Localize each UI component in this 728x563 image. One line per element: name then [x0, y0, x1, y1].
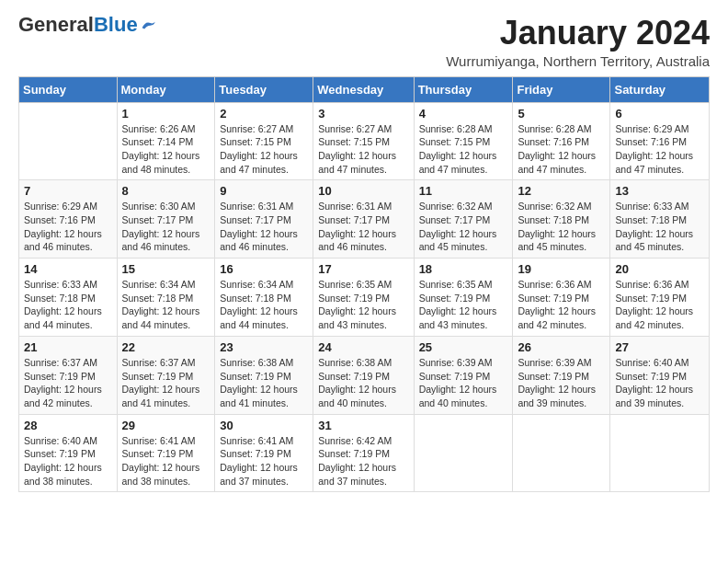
calendar-cell: 7Sunrise: 6:29 AMSunset: 7:16 PMDaylight…	[19, 180, 118, 259]
calendar-cell: 8Sunrise: 6:30 AMSunset: 7:17 PMDaylight…	[117, 180, 215, 259]
calendar-cell: 3Sunrise: 6:27 AMSunset: 7:15 PMDaylight…	[313, 102, 414, 180]
day-info: Sunrise: 6:38 AMSunset: 7:19 PMDaylight:…	[220, 356, 308, 410]
calendar-cell: 13Sunrise: 6:33 AMSunset: 7:18 PMDayligh…	[610, 180, 710, 259]
day-info: Sunrise: 6:33 AMSunset: 7:18 PMDaylight:…	[615, 200, 704, 254]
day-number: 23	[220, 340, 308, 354]
calendar-cell	[414, 414, 513, 492]
calendar-cell: 30Sunrise: 6:41 AMSunset: 7:19 PMDayligh…	[215, 414, 313, 492]
day-info: Sunrise: 6:28 AMSunset: 7:16 PMDaylight:…	[518, 122, 605, 177]
day-info: Sunrise: 6:40 AMSunset: 7:19 PMDaylight:…	[615, 356, 704, 410]
day-number: 10	[318, 184, 408, 198]
day-info: Sunrise: 6:37 AMSunset: 7:19 PMDaylight:…	[24, 356, 112, 410]
day-info: Sunrise: 6:31 AMSunset: 7:17 PMDaylight:…	[220, 200, 308, 254]
logo: GeneralBlue	[18, 15, 156, 35]
day-info: Sunrise: 6:39 AMSunset: 7:19 PMDaylight:…	[518, 356, 605, 410]
day-info: Sunrise: 6:36 AMSunset: 7:19 PMDaylight:…	[518, 278, 605, 332]
day-info: Sunrise: 6:35 AMSunset: 7:19 PMDaylight:…	[318, 278, 408, 332]
calendar-cell: 21Sunrise: 6:37 AMSunset: 7:19 PMDayligh…	[19, 336, 118, 414]
day-info: Sunrise: 6:27 AMSunset: 7:15 PMDaylight:…	[318, 122, 408, 177]
day-info: Sunrise: 6:40 AMSunset: 7:19 PMDaylight:…	[24, 434, 112, 488]
calendar-cell: 23Sunrise: 6:38 AMSunset: 7:19 PMDayligh…	[215, 336, 313, 414]
day-info: Sunrise: 6:27 AMSunset: 7:15 PMDaylight:…	[220, 122, 308, 177]
weekday-header-row: SundayMondayTuesdayWednesdayThursdayFrid…	[19, 76, 710, 102]
month-year-title: January 2024	[446, 15, 710, 52]
day-number: 18	[419, 262, 508, 276]
weekday-header-saturday: Saturday	[610, 76, 710, 102]
day-info: Sunrise: 6:36 AMSunset: 7:19 PMDaylight:…	[615, 278, 704, 332]
calendar-cell	[610, 414, 710, 492]
day-number: 6	[615, 107, 704, 121]
calendar-table: SundayMondayTuesdayWednesdayThursdayFrid…	[18, 76, 710, 493]
week-row-5: 28Sunrise: 6:40 AMSunset: 7:19 PMDayligh…	[19, 414, 710, 492]
weekday-header-tuesday: Tuesday	[215, 76, 313, 102]
day-number: 17	[318, 262, 408, 276]
day-number: 15	[122, 262, 210, 276]
calendar-cell: 2Sunrise: 6:27 AMSunset: 7:15 PMDaylight…	[215, 102, 313, 180]
calendar-cell: 27Sunrise: 6:40 AMSunset: 7:19 PMDayligh…	[610, 336, 710, 414]
logo-text: GeneralBlue	[18, 15, 138, 35]
day-number: 26	[518, 340, 605, 354]
day-info: Sunrise: 6:38 AMSunset: 7:19 PMDaylight:…	[318, 356, 408, 410]
calendar-cell: 29Sunrise: 6:41 AMSunset: 7:19 PMDayligh…	[117, 414, 215, 492]
day-info: Sunrise: 6:35 AMSunset: 7:19 PMDaylight:…	[419, 278, 508, 332]
calendar-cell: 22Sunrise: 6:37 AMSunset: 7:19 PMDayligh…	[117, 336, 215, 414]
calendar-cell: 1Sunrise: 6:26 AMSunset: 7:14 PMDaylight…	[117, 102, 215, 180]
day-number: 8	[122, 184, 210, 198]
day-info: Sunrise: 6:42 AMSunset: 7:19 PMDaylight:…	[318, 434, 408, 488]
location-subtitle: Wurrumiyanga, Northern Territory, Austra…	[446, 53, 710, 69]
calendar-cell: 6Sunrise: 6:29 AMSunset: 7:16 PMDaylight…	[610, 102, 710, 180]
week-row-1: 1Sunrise: 6:26 AMSunset: 7:14 PMDaylight…	[19, 102, 710, 180]
calendar-cell	[19, 102, 118, 180]
day-number: 9	[220, 184, 308, 198]
calendar-cell: 15Sunrise: 6:34 AMSunset: 7:18 PMDayligh…	[117, 259, 215, 337]
day-info: Sunrise: 6:33 AMSunset: 7:18 PMDaylight:…	[24, 278, 112, 332]
calendar-cell: 25Sunrise: 6:39 AMSunset: 7:19 PMDayligh…	[414, 336, 513, 414]
day-info: Sunrise: 6:32 AMSunset: 7:17 PMDaylight:…	[419, 200, 508, 254]
day-number: 25	[419, 340, 508, 354]
title-area: January 2024 Wurrumiyanga, Northern Terr…	[446, 15, 710, 69]
day-number: 31	[318, 419, 408, 432]
day-number: 27	[615, 340, 704, 354]
day-number: 30	[220, 419, 308, 432]
calendar-cell: 26Sunrise: 6:39 AMSunset: 7:19 PMDayligh…	[513, 336, 610, 414]
day-info: Sunrise: 6:39 AMSunset: 7:19 PMDaylight:…	[419, 356, 508, 410]
day-info: Sunrise: 6:31 AMSunset: 7:17 PMDaylight:…	[318, 200, 408, 254]
calendar-cell: 9Sunrise: 6:31 AMSunset: 7:17 PMDaylight…	[215, 180, 313, 259]
calendar-cell: 28Sunrise: 6:40 AMSunset: 7:19 PMDayligh…	[19, 414, 118, 492]
calendar-cell	[513, 414, 610, 492]
day-info: Sunrise: 6:41 AMSunset: 7:19 PMDaylight:…	[122, 434, 210, 488]
day-number: 11	[419, 184, 508, 198]
day-info: Sunrise: 6:30 AMSunset: 7:17 PMDaylight:…	[122, 200, 210, 254]
day-info: Sunrise: 6:29 AMSunset: 7:16 PMDaylight:…	[615, 122, 704, 177]
day-number: 4	[419, 107, 508, 121]
week-row-4: 21Sunrise: 6:37 AMSunset: 7:19 PMDayligh…	[19, 336, 710, 414]
calendar-cell: 12Sunrise: 6:32 AMSunset: 7:18 PMDayligh…	[513, 180, 610, 259]
day-info: Sunrise: 6:34 AMSunset: 7:18 PMDaylight:…	[122, 278, 210, 332]
day-info: Sunrise: 6:26 AMSunset: 7:14 PMDaylight:…	[122, 122, 210, 177]
day-number: 3	[318, 107, 408, 121]
weekday-header-wednesday: Wednesday	[313, 76, 414, 102]
day-number: 24	[318, 340, 408, 354]
calendar-cell: 10Sunrise: 6:31 AMSunset: 7:17 PMDayligh…	[313, 180, 414, 259]
weekday-header-thursday: Thursday	[414, 76, 513, 102]
weekday-header-sunday: Sunday	[19, 76, 118, 102]
logo-bird-icon	[140, 18, 156, 31]
day-info: Sunrise: 6:32 AMSunset: 7:18 PMDaylight:…	[518, 200, 605, 254]
day-number: 29	[122, 419, 210, 432]
weekday-header-monday: Monday	[117, 76, 215, 102]
day-number: 14	[24, 262, 112, 276]
day-number: 20	[615, 262, 704, 276]
calendar-cell: 24Sunrise: 6:38 AMSunset: 7:19 PMDayligh…	[313, 336, 414, 414]
day-number: 1	[122, 107, 210, 121]
weekday-header-friday: Friday	[513, 76, 610, 102]
day-number: 12	[518, 184, 605, 198]
day-info: Sunrise: 6:29 AMSunset: 7:16 PMDaylight:…	[24, 200, 112, 254]
calendar-cell: 19Sunrise: 6:36 AMSunset: 7:19 PMDayligh…	[513, 259, 610, 337]
day-number: 7	[24, 184, 112, 198]
calendar-cell: 31Sunrise: 6:42 AMSunset: 7:19 PMDayligh…	[313, 414, 414, 492]
calendar-cell: 11Sunrise: 6:32 AMSunset: 7:17 PMDayligh…	[414, 180, 513, 259]
day-number: 28	[24, 419, 112, 432]
day-number: 2	[220, 107, 308, 121]
day-info: Sunrise: 6:37 AMSunset: 7:19 PMDaylight:…	[122, 356, 210, 410]
calendar-cell: 16Sunrise: 6:34 AMSunset: 7:18 PMDayligh…	[215, 259, 313, 337]
